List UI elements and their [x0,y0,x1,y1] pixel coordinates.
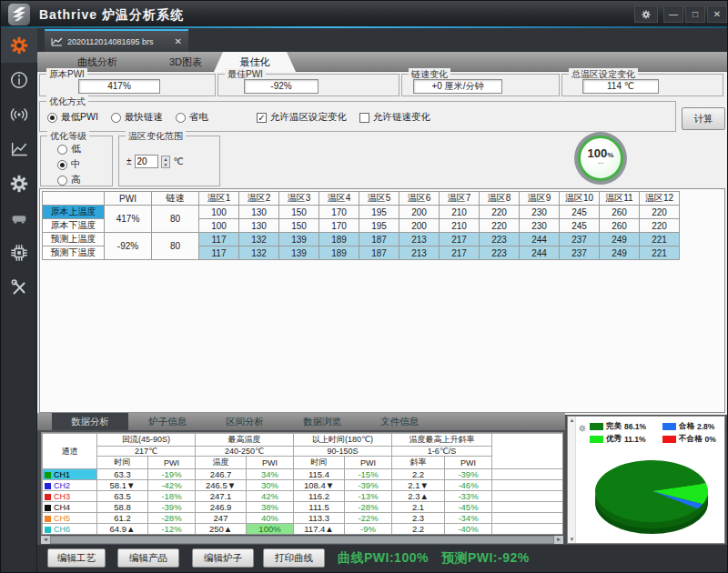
legend-item: 完美86.1% [590,421,662,432]
bottom-tab-4[interactable]: 文件信息 [361,413,438,430]
maximize-button[interactable]: □ [685,5,705,23]
temp-cell: 210 [440,219,480,233]
optimize-level-group: 优化等级 低中高 [40,136,113,186]
sidebar-item-gear[interactable] [1,166,37,201]
sidebar-item-curve-chart[interactable] [1,132,37,166]
scroll-right-icon[interactable]: ► [554,536,563,544]
legend-label: 合格 [679,421,694,432]
zone-row-label[interactable]: 预测上温度 [43,233,105,246]
edit-furnace-button[interactable]: 编辑炉子 [192,548,254,568]
edit-product-button[interactable]: 编辑产品 [117,548,179,568]
zone-row-label[interactable]: 原本上温度 [43,206,105,219]
temp-cell: 230 [520,219,560,233]
temp-cell: 244 [520,233,560,246]
bottom-tab-1[interactable]: 炉子信息 [129,413,206,430]
pwi-cell: -92% [105,233,152,260]
allow-check-1[interactable]: 允许链速变化 [359,111,430,124]
temp-cell: 221 [640,233,680,246]
radio-icon [111,113,121,123]
channel-cell[interactable]: CH4 [43,502,97,513]
file-tab-close-icon[interactable]: ✕ [175,36,182,46]
legend-item: 不合格0% [662,434,721,445]
sidebar-item-tools[interactable] [1,270,37,305]
bottom-tab-0[interactable]: 数据分析 [52,413,128,430]
temp-cell: 221 [640,246,680,260]
channel-cell[interactable]: CH3 [43,491,97,502]
curve-pwi-status: 曲线PWI:100% [338,550,429,565]
legend-value: 2.8% [697,422,714,431]
bottom-tab-2[interactable]: 区间分析 [207,413,283,430]
temp-cell: 220 [480,219,520,233]
radio-icon [57,160,67,170]
spinner-arrows[interactable]: ▲ ▼ [161,156,171,168]
temp-cell: 260 [600,206,640,219]
temp-cell: 189 [319,233,359,246]
sidebar-item-settings-gear[interactable] [1,28,37,63]
legend-swatch [590,423,603,430]
file-tab[interactable]: 2020112014081695 brs ✕ [45,29,188,52]
level-radio-0[interactable]: 低 [57,143,81,156]
legend-swatch [590,436,603,443]
temp-cell: 150 [279,219,319,233]
plus-minus-sign: ± [126,156,132,166]
sidebar-item-signal[interactable] [1,97,37,132]
scroll-up-icon[interactable]: ▲ [568,417,576,423]
method-radio-0[interactable]: 最低PWI [47,111,98,124]
channel-cell[interactable]: CH1 [43,469,97,480]
titlebar-gear-icon[interactable] [634,5,658,23]
temp-cell: 200 [399,206,440,219]
print-curve-button[interactable]: 打印曲线 [263,548,325,568]
zone-row: 预测上温度-92%8011713213918918721321722324423… [43,233,680,246]
grade-pie-panel: ▲ ▼ 完美86.1%合格2.8%优秀11.1%不合格0% [567,416,725,544]
channel-cell[interactable]: CH2 [43,480,97,491]
zone-row-label[interactable]: 预测下温度 [43,246,105,260]
radio-icon [47,113,57,123]
level-radio-1[interactable]: 中 [57,158,81,171]
spin-down-icon[interactable]: ▼ [162,162,170,167]
scrollbar-thumb[interactable] [50,536,554,544]
scroll-down-icon[interactable]: ▼ [568,537,576,542]
edit-process-button[interactable]: 编辑工艺 [47,548,106,568]
vertical-scrollbar[interactable]: ▲ ▼ [568,417,576,543]
temp-cell: 237 [560,233,600,246]
temp-cell: 237 [560,246,600,260]
curve-chart-icon [8,139,30,159]
temp-cell: 245 [560,206,600,219]
tools-icon [9,277,29,297]
method-radio-1[interactable]: 最快链速 [111,111,163,124]
temp-cell: 150 [279,206,319,219]
optimize-method-label: 优化方式 [46,96,88,108]
channel-cell[interactable]: CH6 [43,524,97,535]
temp-cell: 130 [239,206,279,219]
allow-check-0[interactable]: ✓允许温区设定变化 [257,111,347,124]
sidebar-item-recorder-device[interactable] [1,201,37,236]
legend-value: 11.1% [624,435,646,444]
speed-change-group: 链速变化 +0 厘米/分钟 [401,74,560,96]
sidebar-item-chip[interactable] [1,236,37,270]
channel-color-swatch [45,483,51,489]
zone-range-group: 温区变化范围 ± ▲ ▼ ℃ [118,136,220,186]
footer-bar: 编辑工艺 编辑产品 编辑炉子 打印曲线 曲线PWI:100%预测PWI:-92% [37,545,728,572]
pie-settings-icon[interactable] [578,424,587,433]
channel-cell[interactable]: CH5 [43,513,97,524]
sidebar-item-info[interactable] [1,63,37,97]
temp-cell: 200 [399,219,440,233]
curve-file-icon [51,37,63,46]
tab-3d-chart[interactable]: 3D图表 [157,52,214,72]
legend-item: 优秀11.1% [590,434,662,445]
scroll-left-icon[interactable]: ◄ [41,536,50,544]
calculate-button[interactable]: 计算 [682,107,725,130]
horizontal-scrollbar[interactable]: ◄ ► [41,536,563,544]
level-radio-2[interactable]: 高 [57,174,81,186]
channel-row: CH664.9▲-12%250▲100%117.4▲-9%2.2-40% [43,524,563,535]
close-button[interactable]: ✕ [707,5,727,23]
zone-range-input[interactable] [135,155,158,168]
info-icon [9,70,29,90]
bottom-tab-3[interactable]: 数据浏览 [284,413,360,430]
zone-row-label[interactable]: 原本下温度 [43,219,105,233]
channel-row: CH561.2-28%24740%113.3-22%2.3-34% [43,513,563,524]
legend-swatch [662,436,676,443]
temp-cell: 187 [359,246,399,260]
method-radio-2[interactable]: 省电 [176,111,208,124]
minimize-button[interactable]: — [663,5,683,23]
